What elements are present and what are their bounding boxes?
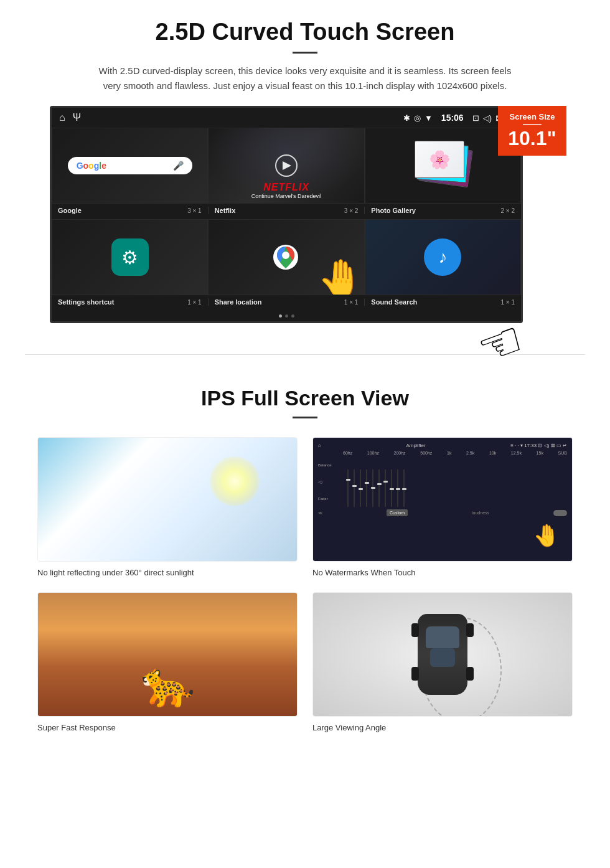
screen-size-badge: Screen Size 10.1": [498, 106, 566, 156]
app-labels-row1: Google 3 × 1 Netflix 3 × 2 Photo Gallery…: [52, 204, 521, 219]
car-visual: [313, 593, 572, 716]
amp-arrows: ≪: [318, 511, 322, 516]
sky-visual: [38, 438, 297, 561]
play-triangle: [283, 161, 291, 170]
amp-slider-10[interactable]: [403, 469, 405, 507]
location-icon: ◎: [414, 113, 421, 123]
car-wheel-rear-left: [411, 667, 419, 681]
cheetah-image: 🐆: [37, 592, 298, 717]
amp-slider-7[interactable]: [385, 469, 386, 507]
amplifier-caption: No Watermarks When Touch: [312, 568, 573, 577]
netflix-figure: NETFLIX Continue Marvel's Daredevil: [209, 128, 364, 203]
sound-icon-container: ♪: [424, 238, 461, 276]
settings-gear-icon: ⚙: [121, 247, 138, 268]
settings-label-cell: Settings shortcut 1 × 1: [52, 298, 209, 306]
sound-search-thumbnail: ♪: [365, 220, 520, 295]
amp-left-labels: Balance ◁) Fader: [318, 457, 343, 507]
home-icon: ⌂: [59, 112, 65, 123]
car-wheel-front-right: [466, 623, 474, 637]
amp-hand: ✋: [532, 523, 560, 549]
bluetooth-icon: ✱: [403, 113, 410, 123]
amp-slider-1[interactable]: [347, 469, 349, 507]
feature-car: Large Viewing Angle: [312, 592, 573, 732]
car-wheel-rear-right: [466, 667, 474, 681]
netflix-play-button[interactable]: [275, 154, 298, 177]
amp-title: Amplifier: [406, 443, 425, 448]
features-grid: No light reflecting under 360° direct su…: [37, 437, 573, 732]
nav-dots: [52, 311, 521, 321]
settings-thumbnail: ⚙: [52, 220, 207, 295]
badge-value: 10.1": [503, 128, 561, 149]
netflix-size: 3 × 2: [344, 207, 359, 214]
amp-slider-8[interactable]: [391, 469, 392, 507]
amp-icons: ≡ · · ▾ 17:33 ⊡ ◁) ⊠ ▭ ↵: [510, 443, 567, 448]
sunlight-caption: No light reflecting under 360° direct su…: [37, 568, 298, 577]
status-bar: ⌂ Ψ ✱ ◎ ▼ 15:06 ⊡ ◁) ⊠ ▭: [52, 108, 521, 128]
amp-slider-9[interactable]: [397, 469, 398, 507]
sound-label: Sound Search: [371, 298, 417, 306]
section2-title: IPS Full Screen View: [37, 386, 573, 410]
section1-title: 2.5D Curved Touch Screen: [37, 19, 573, 45]
netflix-thumbnail: NETFLIX Continue Marvel's Daredevil: [209, 128, 364, 203]
amp-freq-labels: 60hz100hz200hz500hz1k2.5k10k12.5k15kSUB: [318, 451, 567, 455]
amp-loudness-toggle[interactable]: [553, 510, 567, 516]
apps-grid-row2: ⚙ 🤚: [52, 219, 521, 295]
wifi-icon: ▼: [425, 113, 433, 123]
cheetah-caption: Super Fast Response: [37, 723, 298, 732]
cheetah-visual: 🐆: [38, 593, 297, 716]
settings-app-cell[interactable]: ⚙: [52, 219, 208, 295]
amp-slider-4[interactable]: [366, 469, 367, 507]
settings-icon-container: ⚙: [111, 238, 149, 276]
netflix-subtitle: Continue Marvel's Daredevil: [214, 193, 359, 199]
feature-amplifier: ⌂ Amplifier ≡ · · ▾ 17:33 ⊡ ◁) ⊠ ▭ ↵ 60h…: [312, 437, 573, 577]
sun-glow: [210, 456, 260, 506]
google-size: 3 × 1: [187, 207, 202, 214]
amp-slider-6[interactable]: [378, 469, 380, 507]
nav-dot-2[interactable]: [285, 314, 288, 318]
car-body: [418, 614, 467, 695]
title-divider: [293, 52, 317, 54]
status-bar-right: ✱ ◎ ▼ 15:06 ⊡ ◁) ⊠ ▭: [403, 113, 514, 123]
sunlight-image: [37, 437, 298, 562]
car-windshield: [426, 626, 459, 648]
section2-divider: [293, 417, 317, 418]
badge-title: Screen Size: [503, 112, 561, 121]
google-thumbnail: Google 🎤: [52, 128, 207, 203]
amp-header: ⌂ Amplifier ≡ · · ▾ 17:33 ⊡ ◁) ⊠ ▭ ↵: [318, 443, 567, 448]
netflix-overlay: NETFLIX Continue Marvel's Daredevil: [209, 178, 364, 203]
nav-dot-1[interactable]: [279, 314, 282, 318]
sound-search-cell[interactable]: ♪: [365, 219, 521, 295]
hand-illustration: 🤚: [317, 257, 364, 295]
amp-bars: [343, 457, 567, 507]
settings-label: Settings shortcut: [58, 298, 114, 306]
car-roof: [430, 648, 455, 667]
share-location-cell[interactable]: 🤚: [208, 219, 364, 295]
google-search-bar[interactable]: Google 🎤: [68, 157, 192, 174]
section1-description: With 2.5D curved-display screen, this de…: [93, 64, 517, 93]
amp-slider-2[interactable]: [354, 469, 355, 507]
share-location-thumbnail: 🤚: [209, 220, 364, 295]
share-size: 1 × 1: [344, 299, 359, 306]
amp-controls: Balance ◁) Fader: [318, 457, 567, 507]
netflix-app-cell[interactable]: NETFLIX Continue Marvel's Daredevil: [208, 128, 364, 204]
amp-slider-3[interactable]: [360, 469, 361, 507]
amp-slider-5[interactable]: [372, 469, 373, 507]
cheetah-icon: 🐆: [141, 659, 195, 710]
amplifier-image: ⌂ Amplifier ≡ · · ▾ 17:33 ⊡ ◁) ⊠ ▭ ↵ 60h…: [312, 437, 573, 562]
gallery-stack: 🌸: [415, 138, 471, 194]
page-divider: [25, 354, 585, 355]
gallery-size: 2 × 2: [500, 207, 515, 214]
music-note-icon: ♪: [438, 247, 447, 267]
flower-icon: 🌸: [429, 149, 451, 170]
google-app-cell[interactable]: Google 🎤: [52, 128, 208, 204]
ips-section: IPS Full Screen View No light reflecting…: [0, 374, 610, 757]
google-label-cell: Google 3 × 1: [52, 207, 209, 214]
gallery-card-3: 🌸: [415, 141, 464, 178]
apps-grid-row1: Google 🎤 NETFLIX: [52, 128, 521, 204]
amp-custom-btn[interactable]: Custom: [387, 509, 408, 516]
status-time: 15:06: [441, 113, 464, 123]
netflix-label-cell: Netflix 3 × 2: [209, 207, 365, 214]
device-area: Screen Size 10.1" ⌂ Ψ ✱ ◎ ▼ 15:06 ⊡ ◁): [50, 106, 560, 323]
gallery-thumbnail: 🌸: [365, 128, 520, 203]
nav-dot-3[interactable]: [291, 314, 294, 318]
